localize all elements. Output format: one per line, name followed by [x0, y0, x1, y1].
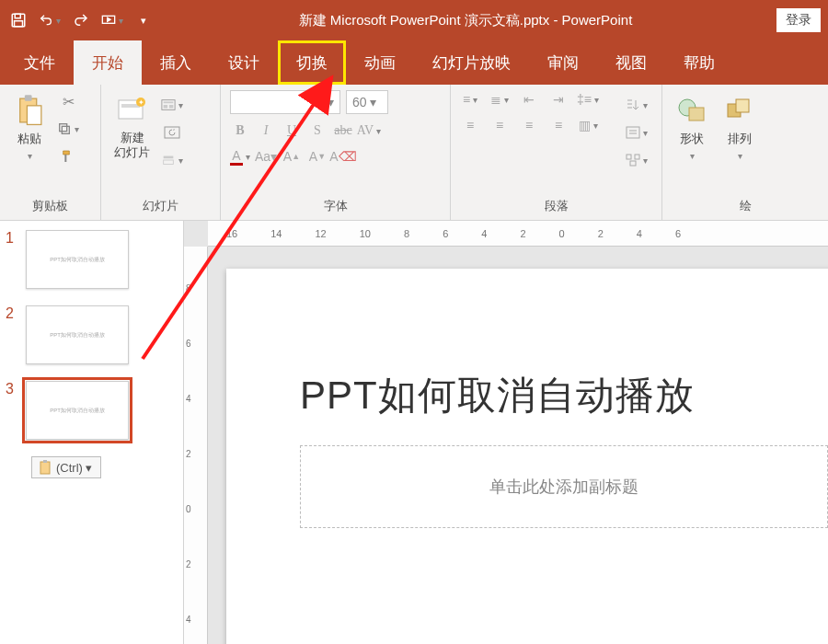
- login-button[interactable]: 登录: [776, 8, 821, 32]
- align-text-icon[interactable]: [626, 121, 648, 144]
- font-color-button[interactable]: A: [230, 147, 250, 166]
- clipboard-icon: [13, 94, 46, 127]
- align-right-button[interactable]: ≡: [519, 116, 539, 134]
- align-center-button[interactable]: ≡: [489, 116, 510, 134]
- group-drawing: 形状 ▾ 排列 ▾ 绘: [662, 85, 828, 220]
- copy-icon[interactable]: [57, 118, 79, 140]
- group-paragraph: ≡ ≣ ⇤ ⇥ ‡≡ ≡ ≡ ≡ ≡ ▥ 段落: [451, 85, 662, 220]
- justify-button[interactable]: ≡: [548, 116, 569, 134]
- svg-rect-27: [736, 99, 749, 112]
- subtitle-placeholder-text: 单击此处添加副标题: [489, 476, 638, 498]
- tab-slideshow[interactable]: 幻灯片放映: [414, 40, 529, 85]
- slide-thumbnail-panel[interactable]: 1 PPT如何取消自动播放 2 PPT如何取消自动播放 3 PPT如何取消自动播…: [0, 221, 184, 644]
- slide-thumbnail-2[interactable]: PPT如何取消自动播放: [26, 305, 129, 364]
- bullets-button[interactable]: ≡: [460, 90, 480, 109]
- decrease-indent-button[interactable]: ⇤: [519, 90, 539, 109]
- start-from-beginning-icon[interactable]: [101, 9, 123, 31]
- section-icon[interactable]: [161, 149, 183, 171]
- title-bar: ▾ 新建 Microsoft PowerPoint 演示文稿.pptx - Po…: [0, 0, 828, 40]
- thumb-number: 1: [6, 230, 18, 247]
- paste-options-badge[interactable]: (Ctrl) ▾: [31, 456, 101, 478]
- format-painter-icon[interactable]: [57, 145, 79, 167]
- svg-rect-23: [630, 161, 636, 166]
- quick-access-toolbar: ▾: [7, 9, 155, 31]
- svg-rect-28: [40, 462, 50, 474]
- shadow-button[interactable]: S: [307, 121, 328, 140]
- document-title: 新建 Microsoft PowerPoint 演示文稿.pptx - Powe…: [155, 12, 776, 29]
- svg-rect-16: [169, 105, 173, 109]
- paste-label: 粘贴: [17, 131, 41, 147]
- group-font: ▾ 60 ▾ B I U S abc AV A Aa▾ A▲ A▼ A⌫ 字体: [221, 85, 451, 220]
- group-slides-label: 幻灯片: [110, 196, 211, 218]
- thumb-row[interactable]: 2 PPT如何取消自动播放: [6, 305, 178, 364]
- group-paragraph-label: 段落: [460, 196, 652, 218]
- font-name-dropdown[interactable]: ▾: [230, 90, 340, 114]
- tab-help[interactable]: 帮助: [665, 40, 733, 85]
- italic-button[interactable]: I: [256, 121, 276, 140]
- strikethrough-button[interactable]: abc: [333, 121, 353, 140]
- undo-icon[interactable]: [39, 9, 61, 31]
- text-direction-icon[interactable]: [626, 94, 648, 116]
- shrink-font-button[interactable]: A▼: [307, 147, 328, 166]
- svg-rect-22: [635, 155, 639, 159]
- arrange-icon: [723, 94, 756, 127]
- thumb-number: 3: [6, 381, 18, 397]
- reset-slide-icon[interactable]: [161, 121, 183, 144]
- slide-title-text[interactable]: PPT如何取消自动播放: [300, 370, 828, 421]
- paste-button[interactable]: 粘贴 ▾: [9, 90, 50, 165]
- bold-button[interactable]: B: [230, 121, 250, 140]
- horizontal-ruler[interactable]: 16 14 12 10 8 6 4 2 0 2 4 6: [208, 221, 828, 247]
- svg-rect-25: [689, 108, 704, 121]
- tab-design[interactable]: 设计: [210, 40, 278, 85]
- qat-customize-icon[interactable]: ▾: [132, 9, 155, 31]
- smartart-icon[interactable]: [626, 149, 648, 171]
- svg-rect-19: [164, 160, 174, 164]
- tab-review[interactable]: 审阅: [529, 40, 597, 85]
- underline-button[interactable]: U: [282, 121, 302, 140]
- redo-icon[interactable]: [70, 9, 92, 31]
- grow-font-button[interactable]: A▲: [282, 147, 302, 166]
- new-slide-button[interactable]: ✦ 新建 幻灯片: [110, 90, 154, 163]
- slide-editor-area: 16 14 12 10 8 6 4 2 0 2 4 6 8 6 4 2 0 2 …: [184, 221, 828, 644]
- clear-formatting-button[interactable]: A⌫: [333, 147, 353, 166]
- slide-canvas[interactable]: PPT如何取消自动播放 单击此处添加副标题: [226, 269, 828, 644]
- tab-transition[interactable]: 切换: [278, 40, 346, 85]
- subtitle-placeholder[interactable]: 单击此处添加副标题: [300, 445, 828, 528]
- thumb-row[interactable]: 1 PPT如何取消自动播放: [6, 230, 178, 289]
- char-spacing-button[interactable]: AV: [359, 121, 379, 140]
- font-size-dropdown[interactable]: 60 ▾: [346, 90, 388, 114]
- save-icon[interactable]: [7, 9, 29, 31]
- thumb-number: 2: [6, 305, 18, 322]
- group-clipboard-label: 剪贴板: [9, 196, 91, 218]
- svg-rect-20: [627, 127, 639, 138]
- svg-rect-5: [25, 95, 32, 100]
- vertical-ruler[interactable]: 8 6 4 2 0 2 4: [184, 247, 208, 644]
- shapes-button[interactable]: 形状 ▾: [672, 90, 712, 165]
- numbering-button[interactable]: ≣: [489, 90, 510, 109]
- tab-view[interactable]: 视图: [597, 40, 665, 85]
- svg-text:✦: ✦: [137, 98, 144, 107]
- new-slide-icon: ✦: [116, 94, 149, 127]
- line-spacing-button[interactable]: ‡≡: [578, 90, 598, 109]
- columns-button[interactable]: ▥: [578, 116, 598, 134]
- layout-icon[interactable]: [161, 94, 183, 116]
- tab-insert[interactable]: 插入: [142, 40, 210, 85]
- group-font-label: 字体: [230, 196, 441, 218]
- ribbon: 粘贴 ▾ ✂ 剪贴板 ✦ 新建 幻灯片: [0, 85, 828, 221]
- increase-indent-button[interactable]: ⇥: [548, 90, 569, 109]
- slide-thumbnail-3[interactable]: PPT如何取消自动播放: [26, 381, 129, 440]
- align-left-button[interactable]: ≡: [460, 116, 480, 134]
- svg-rect-18: [164, 156, 174, 159]
- svg-rect-17: [165, 127, 179, 138]
- slide-thumbnail-1[interactable]: PPT如何取消自动播放: [26, 230, 129, 289]
- change-case-button[interactable]: Aa▾: [256, 147, 276, 166]
- cut-icon[interactable]: ✂: [57, 90, 79, 112]
- tab-file[interactable]: 文件: [6, 40, 74, 85]
- tab-home[interactable]: 开始: [74, 40, 142, 85]
- tab-animation[interactable]: 动画: [346, 40, 414, 85]
- svg-rect-8: [60, 124, 67, 132]
- svg-rect-29: [43, 460, 47, 463]
- svg-rect-7: [62, 126, 69, 133]
- thumb-row[interactable]: 3 PPT如何取消自动播放: [6, 381, 178, 440]
- arrange-button[interactable]: 排列 ▾: [719, 90, 760, 165]
